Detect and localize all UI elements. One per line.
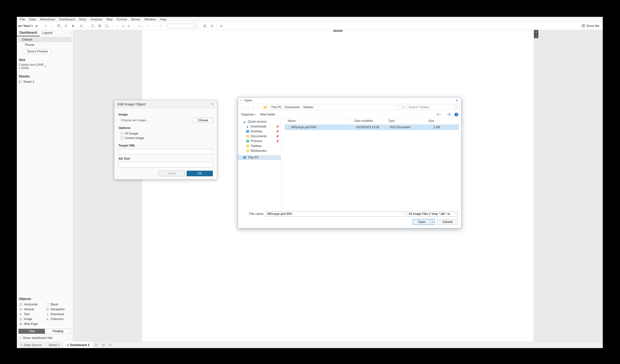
file-list-header[interactable]: Name˄ Date modified Type Size	[281, 118, 461, 124]
menu-data[interactable]: Data	[27, 17, 38, 22]
sort-desc-button[interactable]	[126, 23, 132, 29]
menu-story[interactable]: Story	[77, 17, 88, 22]
choose-button[interactable]: Choose	[193, 118, 213, 123]
menu-file[interactable]: File	[18, 17, 27, 22]
sort-asc-button[interactable]	[121, 23, 126, 29]
open-dialog-titlebar[interactable]: Open ✕	[238, 97, 461, 104]
layout-mode-toggle[interactable]: Tiled Floating	[18, 329, 71, 334]
object-download[interactable]: Download	[46, 312, 71, 316]
sheet-item-1[interactable]: Sheet 1	[17, 79, 73, 84]
object-text[interactable]: AText	[19, 312, 44, 316]
object-horizontal[interactable]: Horizontal	[19, 303, 44, 306]
presentation-button[interactable]	[209, 23, 215, 29]
tree-workbooks[interactable]: Workbooks	[238, 148, 281, 153]
highlight-button[interactable]: ▾	[136, 23, 143, 29]
tiled-option[interactable]: Tiled	[18, 329, 45, 334]
device-default[interactable]: Default	[18, 37, 72, 42]
object-extension[interactable]: Extension	[46, 317, 71, 321]
tree-desktop[interactable]: Desktop📌	[238, 129, 281, 134]
show-me-button[interactable]: Show Me	[579, 24, 602, 28]
open-button[interactable]: Open ▾	[413, 219, 435, 225]
file-row[interactable]: MDLarge grid 50% 16/10/2023 13:26 SVG Do…	[285, 124, 459, 130]
new-data-source-button[interactable]	[63, 23, 68, 29]
tab-sheet1[interactable]: Sheet 1	[45, 342, 63, 348]
nav-forward-button[interactable]: →	[246, 105, 250, 109]
duplicate-button[interactable]	[97, 23, 102, 29]
size-dropdown[interactable]: Custom size (1440 x 1024)▾	[17, 63, 73, 71]
breadcrumb-this-pc[interactable]: This PC	[271, 106, 282, 109]
show-title-checkbox[interactable]: Show dashboard title	[18, 336, 71, 340]
save-button[interactable]: ▾	[55, 23, 62, 29]
device-phone[interactable]: Phone	[19, 42, 71, 47]
breadcrumb-tableau[interactable]: Tableau	[303, 106, 313, 109]
menu-server[interactable]: Server	[129, 17, 142, 22]
alt-text-input[interactable]	[119, 162, 213, 167]
new-dashboard-tab-button[interactable]	[100, 344, 107, 346]
menu-worksheet[interactable]: Worksheet	[38, 17, 57, 22]
object-image[interactable]: Image	[19, 317, 44, 321]
help-button[interactable]: ?	[454, 113, 458, 116]
tree-documents[interactable]: Documents📌	[238, 134, 281, 139]
sidebar-tab-dashboard[interactable]: Dashboard	[17, 30, 40, 36]
centre-image-checkbox[interactable]: Centre Image	[119, 136, 213, 140]
canvas-close-button[interactable]: ✕▾	[534, 30, 538, 38]
clear-button[interactable]: ▾	[103, 23, 111, 29]
tableau-logo-icon[interactable]	[34, 23, 39, 29]
organise-button[interactable]: Organise▾	[241, 113, 256, 116]
refresh-button[interactable]: ▾	[78, 23, 85, 29]
tree-quick-access[interactable]: ★Quick access	[238, 119, 281, 124]
show-cards-button[interactable]: ▾	[201, 23, 209, 29]
tab-dashboard1[interactable]: Dashboard 1	[63, 342, 93, 348]
nav-recent-button[interactable]: ▾	[251, 105, 256, 109]
object-blank[interactable]: Blank	[46, 303, 71, 306]
menu-map[interactable]: Map	[105, 17, 114, 22]
fit-dropdown[interactable]	[168, 24, 194, 28]
tree-downloads[interactable]: ⬇Downloads📌	[238, 124, 281, 129]
new-worksheet-tab-button[interactable]	[93, 344, 100, 346]
object-navigation[interactable]: Navigation	[46, 307, 71, 311]
view-mode-button[interactable]: ▾	[436, 112, 443, 117]
ok-button[interactable]: OK	[187, 171, 213, 176]
object-webpage[interactable]: Web Page	[19, 322, 44, 326]
forward-button[interactable]	[49, 23, 54, 29]
open-dialog-close-button[interactable]: ✕	[454, 98, 459, 103]
cancel-button[interactable]: Cancel	[437, 219, 458, 225]
refresh-button[interactable]	[401, 105, 406, 110]
fit-image-checkbox[interactable]: Fit Image	[119, 131, 213, 136]
breadcrumb-documents[interactable]: Documents	[285, 106, 300, 109]
labels-button[interactable]: T	[152, 23, 157, 29]
nav-up-button[interactable]: ↑	[257, 105, 261, 109]
edit-dialog-close-button[interactable]: ✕	[211, 102, 214, 106]
canvas-drag-handle[interactable]	[333, 30, 342, 32]
menu-analysis[interactable]: Analysis	[89, 17, 104, 22]
menu-format[interactable]: Format	[115, 17, 129, 22]
device-preview-button[interactable]: Device Preview	[24, 49, 51, 54]
open-button-dropdown[interactable]: ▾	[431, 219, 435, 225]
file-filter-dropdown[interactable]: All Image Files (*.bmp *.dib *.er˅	[407, 211, 458, 216]
pin-button[interactable]	[158, 23, 163, 29]
back-button[interactable]	[43, 23, 48, 29]
apply-button[interactable]: Apply	[158, 171, 185, 176]
pause-updates-button[interactable]: ▾	[69, 23, 77, 29]
menu-help[interactable]: Help	[158, 17, 168, 22]
nav-back-button[interactable]: ←	[240, 105, 244, 109]
menu-window[interactable]: Window	[142, 17, 157, 22]
share-button[interactable]	[218, 23, 224, 29]
group-button[interactable]: ▾	[144, 23, 152, 29]
new-story-tab-button[interactable]	[107, 344, 114, 346]
sidebar-collapse-button[interactable]: ‹	[69, 31, 73, 35]
filename-input[interactable]: MDLarge grid 50%˅	[266, 211, 405, 216]
edit-dialog-titlebar[interactable]: Edit Image Object ✕	[114, 100, 217, 108]
search-input[interactable]: Search Tableau	[407, 105, 459, 110]
tree-tableau[interactable]: Tableau	[238, 144, 281, 148]
preview-pane-button[interactable]	[445, 112, 452, 117]
menu-dashboard[interactable]: Dashboard	[57, 17, 77, 22]
breadcrumb[interactable]: › This PC › Documents › Tableau ˅	[262, 105, 400, 110]
object-vertical[interactable]: Vertical	[19, 307, 44, 311]
target-url-input[interactable]	[119, 149, 213, 154]
new-folder-button[interactable]: New folder	[260, 113, 275, 116]
tree-pictures[interactable]: Pictures📌	[238, 139, 281, 144]
swap-button[interactable]	[115, 23, 120, 29]
tree-this-pc[interactable]: This PC	[238, 155, 281, 160]
sidebar-tab-layout[interactable]: Layout	[40, 30, 55, 36]
